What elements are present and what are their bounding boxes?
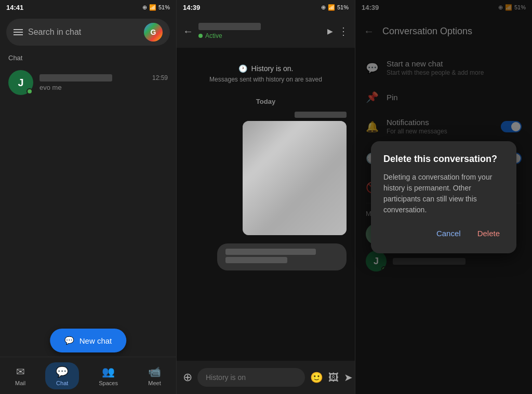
time-panel1: 14:41 bbox=[6, 4, 23, 11]
back-button[interactable]: ← bbox=[183, 25, 193, 37]
meet-icon: 📹 bbox=[148, 365, 161, 378]
nav-item-spaces[interactable]: 👥 Spaces bbox=[88, 362, 128, 389]
blur-line-2 bbox=[225, 257, 287, 263]
history-notice: 🕐 History is on. Messages sent with hist… bbox=[209, 64, 322, 83]
search-text: Search in chat bbox=[28, 28, 139, 37]
spaces-label: Spaces bbox=[99, 380, 118, 386]
message-row-1 bbox=[185, 112, 347, 235]
chat-preview: evo me bbox=[39, 84, 168, 91]
avatar[interactable]: G bbox=[144, 23, 163, 42]
blurred-image bbox=[243, 121, 347, 235]
message-image bbox=[243, 121, 347, 235]
active-text: Active bbox=[205, 32, 222, 39]
modal-body: Deleting a conversation from your histor… bbox=[383, 172, 504, 215]
nav-item-mail[interactable]: ✉ Mail bbox=[5, 362, 36, 389]
chat-section-label: Chat bbox=[0, 50, 176, 66]
bluetooth-icon: ⊕ bbox=[142, 4, 147, 11]
signal-icon2: 📶 bbox=[328, 4, 335, 11]
signal-icon: 📶 bbox=[149, 4, 156, 11]
chat-window-panel: 14:39 ⊕ 📶 51% ← Active ▶ ⋮ 🕐 History is … bbox=[177, 0, 355, 394]
status-icons-panel1: ⊕ 📶 51% bbox=[142, 4, 170, 11]
blur-line-1 bbox=[225, 249, 315, 255]
history-notice-top: 🕐 History is on. bbox=[238, 64, 294, 73]
message-row-2 bbox=[185, 239, 347, 270]
chat-info: 12:59 evo me bbox=[39, 74, 168, 91]
modal-title: Delete this conversation? bbox=[383, 154, 504, 165]
online-indicator bbox=[26, 88, 33, 94]
chat-icon: 💬 bbox=[56, 365, 69, 378]
history-title: History is on. bbox=[251, 64, 294, 73]
message-text-blur bbox=[217, 243, 347, 270]
more-options-icon[interactable]: ⋮ bbox=[338, 25, 349, 37]
modal-actions: Cancel Delete bbox=[383, 226, 504, 241]
chat-header: ← Active ▶ ⋮ bbox=[177, 15, 355, 48]
conversation-options-panel: 14:39 ⊕ 📶 51% ← Conversation Options 💬 S… bbox=[355, 0, 532, 394]
nav-item-chat[interactable]: 💬 Chat bbox=[45, 362, 79, 389]
nav-item-meet[interactable]: 📹 Meet bbox=[138, 362, 171, 389]
mail-icon: ✉ bbox=[16, 365, 25, 378]
chat-input-bar: ⊕ 🙂 🖼 ➤ bbox=[177, 361, 355, 394]
new-chat-button[interactable]: 💬 New chat bbox=[50, 329, 127, 352]
time-panel2: 14:39 bbox=[183, 4, 200, 11]
chat-list-panel: 14:41 ⊕ 📶 51% Search in chat G Chat J 12… bbox=[0, 0, 177, 394]
bluetooth-icon2: ⊕ bbox=[321, 4, 326, 11]
clock-icon: 🕐 bbox=[238, 64, 247, 73]
delete-button[interactable]: Delete bbox=[473, 226, 504, 241]
spaces-icon: 👥 bbox=[102, 365, 115, 378]
chat-item[interactable]: J 12:59 evo me bbox=[0, 66, 176, 99]
modal-overlay: Delete this conversation? Deleting a con… bbox=[355, 0, 532, 394]
emoji-icon[interactable]: 🙂 bbox=[310, 371, 323, 384]
cancel-button[interactable]: Cancel bbox=[432, 226, 465, 241]
status-icons-panel2: ⊕ 📶 51% bbox=[321, 4, 349, 11]
header-status: Active bbox=[198, 32, 322, 39]
send-icon[interactable]: ➤ bbox=[344, 371, 353, 384]
contact-name-blur bbox=[198, 23, 261, 30]
chat-name-row: 12:59 bbox=[39, 74, 168, 81]
chat-name-blur bbox=[39, 74, 112, 81]
chat-avatar: J bbox=[8, 70, 33, 95]
status-bar-panel2: 14:39 ⊕ 📶 51% bbox=[177, 0, 355, 15]
mail-label: Mail bbox=[15, 380, 25, 386]
image-icon[interactable]: 🖼 bbox=[328, 372, 339, 384]
history-subtitle: Messages sent with history on are saved bbox=[209, 76, 322, 83]
bottom-navigation: ✉ Mail 💬 Chat 👥 Spaces 📹 Meet bbox=[0, 357, 176, 394]
message-input[interactable] bbox=[197, 368, 305, 387]
meet-label: Meet bbox=[148, 380, 161, 386]
chat-label: Chat bbox=[56, 380, 68, 386]
new-chat-icon: 💬 bbox=[64, 336, 74, 345]
delete-modal: Delete this conversation? Deleting a con… bbox=[371, 141, 516, 253]
battery-label-panel2: 51% bbox=[337, 4, 349, 10]
search-bar[interactable]: Search in chat G bbox=[6, 19, 170, 46]
active-dot bbox=[198, 34, 203, 38]
add-icon[interactable]: ⊕ bbox=[183, 371, 192, 384]
chat-messages: 🕐 History is on. Messages sent with hist… bbox=[177, 48, 355, 361]
status-bar-panel1: 14:41 ⊕ 📶 51% bbox=[0, 0, 176, 15]
new-chat-label: New chat bbox=[79, 336, 112, 345]
hamburger-icon[interactable] bbox=[14, 29, 23, 35]
chat-time: 12:59 bbox=[152, 74, 168, 81]
expand-icon[interactable]: ▶ bbox=[327, 27, 333, 35]
header-contact: Active bbox=[198, 23, 322, 39]
date-divider: Today bbox=[256, 98, 275, 105]
sender-name-blur bbox=[295, 112, 347, 118]
battery-label-panel1: 51% bbox=[158, 4, 170, 10]
